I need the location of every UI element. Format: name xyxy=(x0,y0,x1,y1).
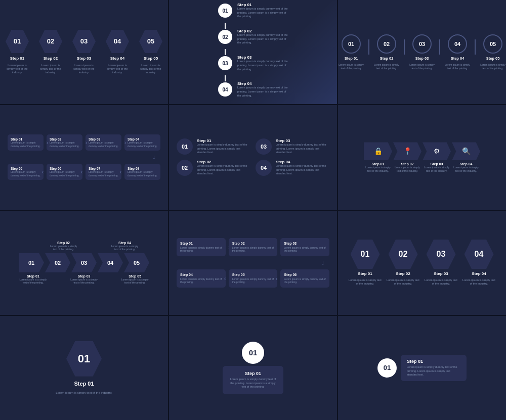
vertical-steps: 01 Step 01 Lorem ipsum is simply dummy t… xyxy=(208,0,298,104)
arrow-down-icon: ↓ xyxy=(321,259,324,266)
step-title: Step 02 xyxy=(380,56,394,61)
list-item: 02 Step 02 Lorem ipsum is simply dummy t… xyxy=(177,160,250,176)
step-number: 02 xyxy=(218,30,232,44)
step-title: Step 03 xyxy=(415,56,429,61)
step-title: Step 01 xyxy=(197,138,250,143)
step-desc: Lorem ipsum is a simply text of the prin… xyxy=(121,278,149,285)
step-title: Step 04 xyxy=(276,160,329,164)
list-item: Step 05 Lorem ipsum is simply dummy text… xyxy=(8,164,44,180)
list-item: 04 Step 04 Lorem ipsum is simply text of… xyxy=(462,240,495,286)
step-desc: Lorem ipsum is a simply text of the prin… xyxy=(70,278,98,285)
list-item: 🔍 xyxy=(452,142,480,160)
arrow-banner-row: 01 02 03 04 05 xyxy=(19,253,149,272)
step-desc: Lorem ipsum is a simply text of the prin… xyxy=(50,245,77,251)
list-item: Step 02 Lorem ipsum is simply dummy text… xyxy=(229,238,278,256)
step-desc: Lorem ipsum is simply text of the indust… xyxy=(425,278,457,286)
list-item: 04 Step 04 Lorem ipsum is simply text of… xyxy=(104,30,131,74)
step-title: Step 01 xyxy=(180,242,222,245)
step-desc: Lorem ipsum is simply dummy text of the … xyxy=(276,164,329,175)
step-desc: Lorem ipsum is simply text of the printi… xyxy=(373,63,400,70)
step-title: Step 05 xyxy=(486,56,500,61)
step-side-card: Step 01 Lorem ipsum is simply dummy text… xyxy=(401,355,467,381)
step-desc: Lorem ipsum is simply text of the indust… xyxy=(349,278,382,286)
cell-11: 01 Step 01 Lorem ipsum is simply dummy t… xyxy=(169,316,337,420)
step-desc: Lorem ipsum is simply dummy text of the … xyxy=(197,164,250,175)
step-text: Step 02 Lorem ipsum is simply dummy text… xyxy=(237,29,288,45)
list-item: 📍 xyxy=(393,142,421,160)
step-number: 03 xyxy=(412,34,432,54)
step-title: Step 04 xyxy=(180,273,222,276)
hexagon-icon: 01 xyxy=(351,240,380,269)
step-desc: Lorem ipsum is simply dummy text of the … xyxy=(232,277,274,284)
connector-line xyxy=(225,75,226,81)
list-item: 03 xyxy=(71,253,97,272)
step-number: 01 xyxy=(242,342,264,364)
cell-1: 01 Step 01 Lorem ipsum is simply text of… xyxy=(0,0,168,104)
step-title: Step 05 xyxy=(121,274,149,278)
cell-7: Step 02 Lorem ipsum is a simply text of … xyxy=(0,211,168,315)
hexagon-icon: 02 xyxy=(389,240,418,269)
hexagon-steps: 01 Step 01 Lorem ipsum is simply text of… xyxy=(4,30,164,74)
bottom-label-5: Step 05 Lorem ipsum is a simply text of … xyxy=(121,274,149,285)
step-title: Step 01 xyxy=(345,56,358,61)
step-desc: Lorem ipsum is simply dummy text of the … xyxy=(276,143,329,154)
step-title: Step 03 xyxy=(434,271,448,276)
arrow-left-icon: › xyxy=(42,169,44,175)
list-item: ⚙ xyxy=(423,142,451,160)
arrow-left-icon: › xyxy=(276,275,277,281)
bottom-label-3: Step 03 Lorem ipsum is a simply text of … xyxy=(70,274,98,285)
step-text: Step 04 Lorem ipsum is simply dummy text… xyxy=(276,160,329,175)
step-text: Step 04 Lorem ipsum is simply dummy text… xyxy=(237,81,288,98)
list-item: 04 Step 04 Lorem ipsum is simply dummy t… xyxy=(218,81,288,98)
step-title: Step 01 xyxy=(407,359,460,364)
cell-3: 01 Step 01 Lorem ipsum is simply text of… xyxy=(338,0,506,104)
search-icon: 🔍 xyxy=(462,147,471,155)
step-number: 01 xyxy=(218,4,232,18)
step-title: Step 02 xyxy=(50,241,77,245)
step-text: Step 06 Lorem ipsum is simply dummy text… xyxy=(50,167,79,177)
hexagon-icon: 03 xyxy=(72,30,96,53)
step-text: Step 03 Lorem ipsum is simply dummy text… xyxy=(276,138,329,154)
step-desc: Lorem ipsum is simply dummy text of the … xyxy=(11,141,40,148)
list-item: Step 05 Lorem ipsum is simply dummy text… xyxy=(229,269,278,288)
step-number: 03 xyxy=(218,56,232,70)
list-item: 02 xyxy=(45,253,70,272)
list-item: 02 Step 02 Lorem ipsum is simply text of… xyxy=(387,240,419,286)
step-label-3: Step 03 Lorem ipsum is simply text of th… xyxy=(423,162,451,172)
main-grid: 01 Step 01 Lorem ipsum is simply text of… xyxy=(0,0,506,420)
step-desc: Lorem ipsum is simply text of the indust… xyxy=(4,64,31,74)
step-number: 01 xyxy=(342,34,361,54)
hexagon-icon: 01 xyxy=(6,30,29,53)
step-desc: Lorem ipsum is simply dummy text of the … xyxy=(197,143,250,154)
step-text: Step 07 Lorem ipsum is simply dummy text… xyxy=(89,167,118,177)
step-title: Step 02 xyxy=(232,242,274,245)
step-desc: Lorem ipsum is a simply text of the prin… xyxy=(19,278,47,285)
step-desc: Lorem ipsum is simply dummy text of the … xyxy=(50,141,79,148)
step-desc: Lorem ipsum is simply dummy text of the … xyxy=(89,170,118,177)
step-number: 04 xyxy=(218,82,232,97)
step-title: Step 02 xyxy=(50,137,79,141)
step-text: Step 01 Lorem ipsum is simply dummy text… xyxy=(197,138,250,154)
step-title: Step 03 xyxy=(89,137,118,141)
list-item: 02 Step 02 Lorem ipsum is simply text of… xyxy=(373,34,400,70)
cell-12: 01 Step 01 Lorem ipsum is simply dummy t… xyxy=(338,316,506,420)
list-item: Step 07 Lorem ipsum is simply dummy text… xyxy=(86,164,121,180)
step-desc: Lorem ipsum is simply dummy text of the … xyxy=(180,246,222,253)
step-title: Step 01 xyxy=(364,162,392,166)
step-text: Step 08 Lorem ipsum is simply dummy text… xyxy=(128,167,157,177)
list-item: 02 Step 02 Lorem ipsum is simply dummy t… xyxy=(218,29,288,45)
arrow-left-icon: › xyxy=(81,169,82,175)
list-item: Step 01 Lorem ipsum is simply dummy text… xyxy=(8,134,44,151)
arrow-left-icon: › xyxy=(224,275,226,281)
step-title: Step 04 xyxy=(452,162,480,166)
step-desc: Lorem ipsum is simply dummy text of the … xyxy=(237,86,288,98)
list-item: 03 Step 03 Lorem ipsum is simply text of… xyxy=(70,30,98,74)
step-desc: Lorem ipsum is simply text of the indust… xyxy=(462,278,495,286)
step-number: 02 xyxy=(377,34,396,54)
step-title: Step 04 xyxy=(111,241,139,245)
step-title: Step 02 xyxy=(44,56,58,61)
step-desc: Lorem ipsum is simply text of the indust… xyxy=(37,64,64,74)
step-desc: Lorem ipsum is a simply text of the prin… xyxy=(111,245,139,251)
list-item: Step 08 Lorem ipsum is simply dummy text… xyxy=(124,164,160,180)
step-desc: Lorem ipsum is simply text of the indust… xyxy=(364,166,392,172)
